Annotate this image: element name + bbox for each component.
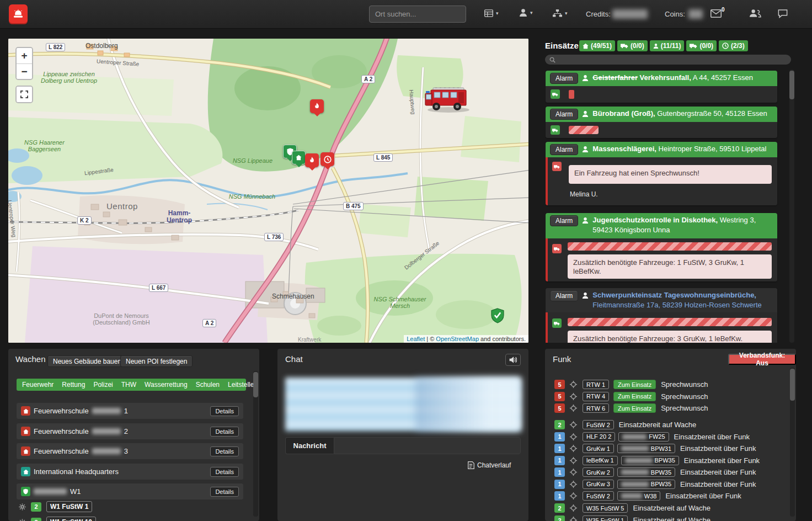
filter-thw[interactable]: THW bbox=[121, 381, 136, 389]
locate-vehicle-icon[interactable] bbox=[570, 457, 577, 464]
alarm-button[interactable]: Alarm bbox=[550, 290, 578, 301]
mission-title-link[interactable]: Jugendschutzkontrolle in Diskothek, West… bbox=[592, 215, 773, 235]
missions-scrollbar-thumb[interactable] bbox=[789, 71, 794, 99]
details-button[interactable]: Details bbox=[210, 487, 239, 497]
gear-icon[interactable] bbox=[19, 519, 26, 521]
filter-feuerwehr[interactable]: Feuerwehr bbox=[22, 381, 54, 389]
details-button[interactable]: Details bbox=[210, 467, 239, 477]
patients-count-badge[interactable]: (11/11) bbox=[650, 40, 685, 51]
place-search-input[interactable] bbox=[369, 6, 466, 23]
station-name[interactable]: W1 bbox=[70, 487, 81, 496]
osm-link[interactable]: OpenStreetMap bbox=[436, 336, 479, 342]
filter-wasserrettung[interactable]: Wasserrettung bbox=[145, 381, 188, 389]
chat-history-link[interactable]: Chatverlauf bbox=[468, 461, 511, 469]
locate-vehicle-icon[interactable] bbox=[570, 381, 577, 388]
building-button[interactable]: BPW35 bbox=[617, 467, 675, 477]
missions-count-badge[interactable]: (49/51) bbox=[579, 40, 615, 51]
planned-count-badge[interactable]: (2/3) bbox=[719, 40, 748, 51]
mission-marker[interactable] bbox=[310, 99, 324, 113]
gear-icon[interactable] bbox=[19, 503, 26, 511]
chat-toggle-button[interactable] bbox=[778, 9, 788, 18]
zoom-out-button[interactable]: − bbox=[17, 63, 32, 79]
vehicle-button[interactable]: GruKw 3 bbox=[583, 480, 614, 489]
zum-einsatz-button[interactable]: Zum Einsatz bbox=[613, 403, 656, 413]
locate-vehicle-icon[interactable] bbox=[570, 504, 577, 512]
locate-vehicle-icon[interactable] bbox=[570, 405, 577, 412]
fullscreen-button[interactable] bbox=[17, 87, 32, 102]
mission-title-link[interactable]: Massenschlägerei, Heintroper Straße, 595… bbox=[592, 144, 766, 154]
filter-polizei[interactable]: Polizei bbox=[93, 381, 113, 389]
building-button[interactable]: W38 bbox=[617, 491, 661, 501]
fire-truck-vehicle[interactable] bbox=[423, 83, 474, 116]
vehicle-status-icon[interactable] bbox=[551, 89, 560, 99]
locate-vehicle-icon[interactable] bbox=[570, 517, 577, 521]
vehicle-status-icon[interactable] bbox=[551, 125, 560, 135]
mission-title-link[interactable]: Schwerpunkteinsatz Tageswohnungseinbrüch… bbox=[592, 290, 773, 310]
stations-scrollbar-thumb[interactable] bbox=[253, 372, 258, 397]
vehicle-button[interactable]: W35 FuStW 5 bbox=[583, 503, 628, 513]
station-marker[interactable] bbox=[491, 308, 504, 326]
vehicle-status-icon[interactable] bbox=[552, 244, 562, 253]
locate-vehicle-icon[interactable] bbox=[570, 469, 577, 476]
filter-schulen[interactable]: Schulen bbox=[196, 381, 220, 389]
station-name[interactable]: Feuerwehrschule bbox=[34, 427, 89, 435]
mission-marker[interactable] bbox=[305, 153, 319, 167]
chat-message-input[interactable] bbox=[334, 437, 521, 454]
mission-title-link[interactable]: Geisterfahrer Verkehrsunfall, A 44, 4525… bbox=[592, 73, 753, 83]
vehicle-button[interactable]: W1 FuStW 1 bbox=[46, 501, 92, 512]
planned-mission-marker[interactable] bbox=[320, 152, 334, 166]
transports-count-badge[interactable]: (0/0) bbox=[617, 40, 648, 51]
locate-vehicle-icon[interactable] bbox=[570, 481, 577, 488]
mission-search-input[interactable] bbox=[559, 56, 787, 63]
profile-menu-button[interactable]: ▾ bbox=[519, 8, 533, 17]
mail-button[interactable] bbox=[710, 9, 722, 18]
station-name[interactable]: Feuerwehrschule bbox=[34, 447, 89, 455]
vehicle-status-icon[interactable] bbox=[552, 162, 562, 171]
filter-rettung[interactable]: Rettung bbox=[62, 381, 85, 389]
vehicle-status-icon[interactable] bbox=[552, 318, 562, 328]
building-button[interactable]: FW25 bbox=[618, 432, 669, 442]
locate-vehicle-icon[interactable] bbox=[570, 421, 577, 428]
vehicle-button[interactable]: GruKw 2 bbox=[583, 467, 614, 477]
alarm-button[interactable]: Alarm bbox=[550, 73, 578, 84]
building-button[interactable]: BPW35 bbox=[617, 480, 675, 489]
station-marker[interactable] bbox=[292, 151, 306, 164]
missions-scrollbar-track[interactable] bbox=[789, 70, 794, 343]
details-button[interactable]: Details bbox=[210, 427, 239, 437]
vehicle-button[interactable]: HLF 20 2 bbox=[583, 432, 615, 442]
locate-vehicle-icon[interactable] bbox=[570, 492, 577, 499]
map-panel[interactable]: L 822 A 2 L 845 B 475 L 736 L 667 K 2 A … bbox=[8, 39, 528, 343]
station-name[interactable]: Feuerwehrschule bbox=[34, 407, 89, 415]
vehicle-button[interactable]: leBefKw 1 bbox=[583, 456, 618, 465]
vehicle-button[interactable]: RTW 4 bbox=[583, 392, 609, 401]
vehicle-button[interactable]: FuStW 2 bbox=[583, 420, 614, 429]
alliance-menu-button[interactable]: ▾ bbox=[553, 9, 568, 17]
app-logo[interactable] bbox=[9, 4, 28, 24]
verbandsfunk-toggle-button[interactable]: Verbandsfunk: Aus bbox=[728, 354, 796, 365]
building-button[interactable]: BPW31 bbox=[617, 444, 675, 453]
vehicle-button[interactable]: RTW 6 bbox=[583, 403, 609, 413]
leaflet-link[interactable]: Leaflet bbox=[407, 336, 425, 342]
build-building-button[interactable]: Neues Gebäude bauen bbox=[47, 355, 127, 367]
chat-sound-button[interactable] bbox=[505, 354, 521, 366]
zum-einsatz-button[interactable]: Zum Einsatz bbox=[613, 392, 656, 401]
radio-scrollbar-thumb[interactable] bbox=[790, 369, 795, 401]
missions-menu-button[interactable]: ▾ bbox=[484, 9, 499, 17]
alarm-button[interactable]: Alarm bbox=[550, 144, 578, 155]
details-button[interactable]: Details bbox=[210, 446, 239, 456]
zum-einsatz-button[interactable]: Zum Einsatz bbox=[613, 380, 656, 389]
prisoners-count-badge[interactable]: (0/0) bbox=[686, 40, 717, 51]
vehicle-button[interactable]: RTW 1 bbox=[583, 380, 609, 389]
filter-leitstelle[interactable]: Leitstelle bbox=[228, 381, 254, 389]
vehicle-button[interactable]: FuStW 2 bbox=[583, 491, 614, 501]
alarm-button[interactable]: Alarm bbox=[550, 109, 578, 120]
locate-vehicle-icon[interactable] bbox=[570, 445, 577, 452]
details-button[interactable]: Details bbox=[210, 406, 239, 416]
zoom-in-button[interactable]: + bbox=[17, 48, 32, 63]
vehicle-button[interactable]: W35 FuStW 1 bbox=[583, 515, 628, 521]
building-button[interactable]: BPW35 bbox=[621, 456, 679, 465]
vehicle-button[interactable]: W1 FuStW 10 bbox=[46, 517, 96, 521]
members-button[interactable] bbox=[749, 9, 761, 18]
vehicle-button[interactable]: GruKw 1 bbox=[583, 444, 614, 453]
set-poi-button[interactable]: Neuen POI festlegen bbox=[120, 355, 193, 367]
